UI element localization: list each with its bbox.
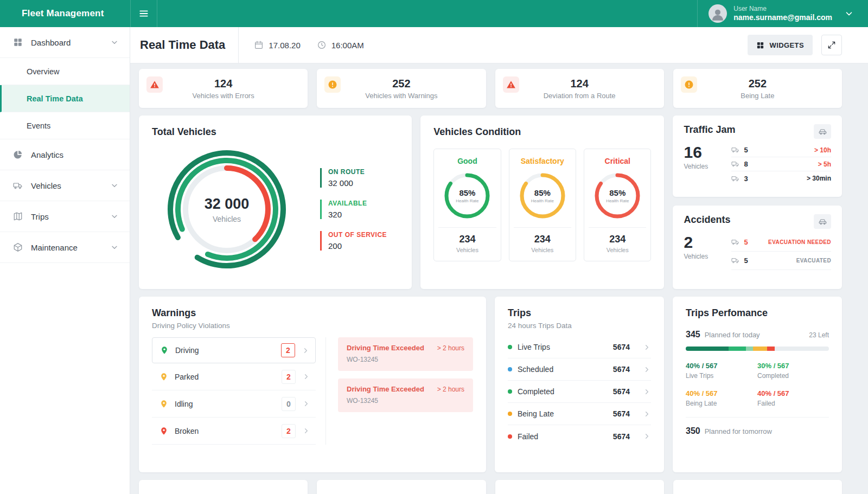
stat-card-being-late: 252 Being Late [673,69,842,108]
time-picker[interactable]: 16:00AM [317,40,364,50]
sidebar-item-overview[interactable]: Overview [0,58,130,85]
perf-value: 30% / 567 [757,362,829,370]
trip-label: Failed [518,432,608,441]
trip-row-scheduled[interactable]: Scheduled 5674 [508,358,651,381]
trips-left-label: 23 Left [809,331,829,339]
truck-icon [731,146,739,154]
sidebar-item-events[interactable]: Events [0,112,130,139]
chevron-right-icon[interactable] [643,388,651,396]
divider [514,227,571,228]
card-head: Traffic Jam [684,124,831,139]
trip-value: 5674 [613,432,630,441]
widgets-button-label: WIDGETS [770,41,804,49]
traffic-jam-card: Traffic Jam 16 Vehicles 5 [673,116,842,197]
warning-row-parked[interactable]: Parked 2 [152,363,316,390]
chevron-down-icon[interactable] [844,9,854,18]
trip-row-live-trips[interactable]: Live Trips 5674 [508,336,651,358]
chevron-down-icon [110,38,119,47]
total-vehicles-card: Total Vehicles 32 000 Vehicles [139,116,412,289]
sidebar-item-trips[interactable]: Trips [0,201,130,232]
perf-stat-live-trips: 40% / 567 Live Trips [686,362,757,380]
traffic-jam-total: 16 Vehicles [684,143,731,185]
condition-satisfactory: Satisfactory 85% Health Rate [509,149,576,261]
hamburger-menu-icon[interactable] [130,0,157,27]
maintenance-box-icon [13,242,23,252]
trips-progress-bar [686,347,829,351]
warning-circle-icon [324,76,341,93]
legend-item-out-of-service: OUT OF SERVICE 200 [320,231,387,251]
vehicles-condition-card: Vehicles Condition Good 85% [420,116,664,289]
clock-icon [317,40,327,50]
sidebar-item-maintenance[interactable]: Maintenance [0,232,130,263]
row-trips: Warnings Driving Policy Violations Drivi… [139,297,842,472]
chevron-right-icon[interactable] [643,410,651,418]
chevron-right-icon[interactable] [643,365,651,374]
widgets-button[interactable]: WIDGETS [748,35,813,55]
app-title: Fleet Management [0,0,130,27]
health-percent: 85% [609,188,626,197]
trip-row-failed[interactable]: Failed 5674 [508,425,651,447]
stat-card-vehicles-warnings: 252 Vehicles with Warnings [317,69,486,108]
car-icon-button[interactable] [814,214,831,229]
sidebar-item-real-time-data[interactable]: Real Time Data [0,85,130,112]
trips-performance-card: Trips Perfomance 345 Planned for today 2… [673,297,842,472]
chevron-right-icon[interactable] [302,427,310,435]
warning-row-idling[interactable]: Idling 0 [152,390,316,418]
sidebar-item-label: Vehicles [31,181,102,190]
vehicles-condition-body: Good 85% Health Rate [433,149,651,261]
truck-icon [731,238,739,246]
chevron-right-icon[interactable] [302,373,310,381]
date-picker[interactable]: 17.08.20 [254,40,300,50]
health-rate-donut: 85% Health Rate [593,171,642,220]
car-icon-button[interactable] [814,124,831,139]
expand-button[interactable] [821,35,842,55]
time-value: 16:00AM [331,41,364,50]
status-dot [508,345,512,349]
trip-row-being-late[interactable]: Being Late 5674 [508,403,651,425]
warning-row-driving[interactable]: Driving 2 [152,337,316,363]
alert-item[interactable]: Driving Time Exceeded > 2 hours WO-13245 [338,337,473,371]
alert-item[interactable]: Driving Time Exceeded > 2 hours WO-13245 [338,378,473,412]
expand-icon [827,41,836,49]
trip-row-completed[interactable]: Completed 5674 [508,381,651,403]
stat-label: Vehicles with Warnings [365,92,437,100]
alert-duration: > 2 hours [437,344,464,352]
truck-icon [731,256,739,265]
perf-label: Being Late [686,400,757,407]
row-count: 5 [744,256,748,265]
perf-value: 40% / 567 [686,362,757,370]
user-menu[interactable]: User Name name.surname@gmail.com [697,0,868,27]
sidebar-item-dashboard[interactable]: Dashboard [0,27,130,58]
condition-count: 234 [459,234,475,245]
card-subtitle: Driving Policy Violations [152,322,473,330]
chevron-right-icon[interactable] [643,432,651,440]
total-vehicles-legend: ON ROUTE 32 000 AVAILABLE 320 OUT OF SER… [320,168,387,251]
chevron-right-icon[interactable] [643,343,651,351]
accidents-value: 2 [684,233,731,252]
warning-count-badge: 2 [282,424,296,438]
progress-segment-live [686,347,729,351]
status-dot [508,367,512,371]
alert-title: Driving Time Exceeded [347,385,424,393]
condition-status: Satisfactory [521,157,564,165]
card-title: Total Vehicles [152,126,399,138]
chevron-right-icon[interactable] [302,347,310,355]
chevron-right-icon[interactable] [302,400,310,408]
trip-label: Completed [518,387,608,396]
legend-value: 200 [328,241,387,251]
total-vehicles-value: 32 000 [205,196,250,213]
progress-segment-completed [729,347,746,351]
perf-value: 40% / 567 [686,389,757,397]
stat-card-route-deviation: 124 Deviation from a Route [495,69,664,108]
vehicles-truck-icon [13,181,23,191]
warning-row-broken[interactable]: Broken 2 [152,418,316,445]
perf-stat-failed: 40% / 567 Failed [757,389,829,407]
truck-icon [731,160,739,168]
card-body: 2 Vehicles 5 EVACUATION NEEDED [684,233,831,270]
sidebar-item-vehicles[interactable]: Vehicles [0,170,130,201]
planned-tomorrow-label: Planned for tomorrow [705,427,772,435]
alert-title: Driving Time Exceeded [347,344,424,352]
warning-label: Idling [175,400,275,408]
warnings-list: Driving 2 Parked 2 [152,337,316,445]
sidebar-item-analytics[interactable]: Analytics [0,139,130,170]
